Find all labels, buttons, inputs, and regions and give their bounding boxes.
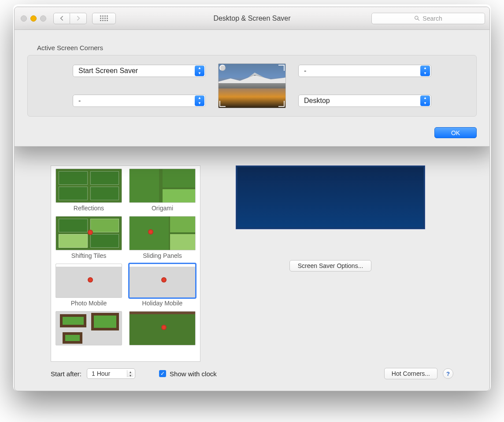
screensaver-item[interactable]: Holiday Mobile <box>129 264 196 307</box>
screensaver-item[interactable]: Photo Mobile <box>56 264 122 307</box>
show-with-clock-checkbox[interactable]: ✓ Show with clock <box>159 370 217 378</box>
corner-bottom-right-value: Desktop <box>304 97 330 105</box>
corner-top-left-select[interactable]: Start Screen Saver ▲▼ <box>73 65 206 77</box>
screensaver-list[interactable]: Reflections Origami Shifting Tiles Slidi… <box>51 165 200 362</box>
screensaver-preview <box>236 165 425 229</box>
forward-button[interactable] <box>70 13 87 24</box>
chevron-updown-icon: ▲▼ <box>420 66 430 76</box>
grid-icon <box>100 15 108 21</box>
chevron-updown-icon: ▲▼ <box>195 95 204 106</box>
corner-top-right-select[interactable]: - ▲▼ <box>298 65 431 77</box>
start-after-value: 1 Hour <box>92 370 110 377</box>
minimize-icon[interactable] <box>30 15 37 22</box>
search-input[interactable]: Search <box>371 13 485 24</box>
screensaver-preview-panel: Screen Saver Options... <box>208 165 453 362</box>
screensaver-label: Photo Mobile <box>56 300 122 307</box>
start-after-label: Start after: <box>51 370 82 378</box>
corner-bottom-right-select[interactable]: Desktop ▲▼ <box>298 95 431 107</box>
show-all-button[interactable] <box>92 13 116 24</box>
screensaver-options-button[interactable]: Screen Saver Options... <box>289 260 372 272</box>
corner-marker-bl <box>219 101 226 107</box>
corner-marker-tl <box>219 65 226 71</box>
hot-corners-button[interactable]: Hot Corners... <box>384 368 437 379</box>
help-button[interactable]: ? <box>443 368 453 379</box>
corner-marker-br <box>278 101 285 107</box>
screensaver-label: Shifting Tiles <box>56 252 122 259</box>
pref-content: Reflections Origami Shifting Tiles Slidi… <box>51 165 453 379</box>
search-placeholder: Search <box>422 15 442 22</box>
screensaver-item[interactable] <box>129 311 196 347</box>
corner-top-left-value: Start Screen Saver <box>78 67 138 75</box>
help-icon: ? <box>446 371 450 377</box>
chevron-left-icon <box>59 16 64 21</box>
zoom-icon[interactable] <box>40 15 46 22</box>
screensaver-label: Holiday Mobile <box>129 300 196 307</box>
monitor-preview <box>218 63 286 108</box>
corner-marker-tr <box>278 65 285 71</box>
bottom-bar: Start after: 1 Hour ▲▼ ✓ Show with clock… <box>51 362 453 379</box>
screensaver-label: Origami <box>129 205 196 212</box>
stepper-icon: ▲▼ <box>127 370 133 377</box>
start-after-select[interactable]: 1 Hour ▲▼ <box>87 368 135 379</box>
show-with-clock-label: Show with clock <box>170 370 217 378</box>
corners-container: Start Screen Saver ▲▼ - ▲▼ - ▲▼ <box>27 55 477 117</box>
screensaver-item[interactable]: Shifting Tiles <box>56 216 122 259</box>
chevron-right-icon <box>76 16 81 21</box>
search-icon <box>414 15 420 21</box>
screensaver-label: Sliding Panels <box>129 252 196 259</box>
ok-button[interactable]: OK <box>434 127 477 138</box>
back-button[interactable] <box>53 13 70 24</box>
screensaver-item[interactable] <box>56 311 122 347</box>
screensaver-item[interactable]: Reflections <box>56 169 122 212</box>
corner-top-right-value: - <box>304 67 306 75</box>
titlebar: Desktop & Screen Saver Search <box>15 7 489 30</box>
chevron-updown-icon: ▲▼ <box>195 66 204 76</box>
prefs-window: Desktop & Screen Saver Search Reflection… <box>14 7 490 391</box>
chevron-updown-icon: ▲▼ <box>420 95 430 106</box>
hot-corners-sheet: Active Screen Corners Start Screen Saver… <box>14 30 490 147</box>
screensaver-item[interactable]: Origami <box>129 169 196 212</box>
checkmark-icon: ✓ <box>159 370 166 377</box>
screensaver-item[interactable]: Sliding Panels <box>129 216 196 259</box>
sheet-title: Active Screen Corners <box>27 44 477 51</box>
close-icon[interactable] <box>21 15 27 22</box>
nav-segment <box>53 13 87 24</box>
corner-bottom-left-select[interactable]: - ▲▼ <box>73 95 206 107</box>
traffic-lights <box>21 15 46 22</box>
screensaver-label: Reflections <box>56 205 122 212</box>
svg-line-1 <box>418 19 419 20</box>
corner-bottom-left-value: - <box>78 97 81 105</box>
